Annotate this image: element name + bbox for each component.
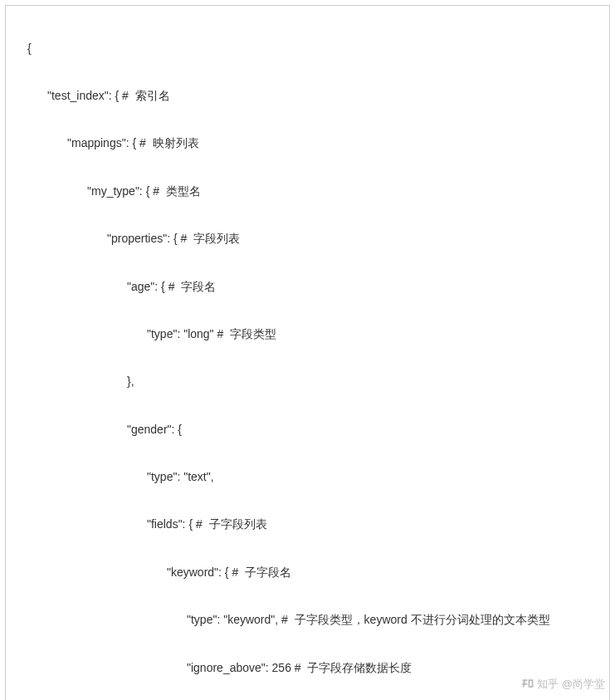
code-line: "type": "long" # 字段类型: [11, 322, 604, 346]
code-block: { "test_index": { # 索引名 "mappings": { # …: [5, 5, 610, 700]
code-line: "fields": { # 子字段列表: [11, 512, 604, 536]
code-line: "test_index": { # 索引名: [11, 84, 604, 108]
code-line: "type": "text",: [11, 465, 604, 489]
code-line: },: [11, 370, 604, 394]
code-line: "ignore_above": 256 # 子字段存储数据长度: [11, 656, 604, 680]
code-line: "keyword": { # 子字段名: [11, 560, 604, 585]
code-line: "mappings": { # 映射列表: [11, 131, 604, 155]
code-line: "type": "keyword", # 子字段类型，keyword 不进行分词…: [11, 608, 604, 632]
code-line: "gender": {: [11, 418, 604, 442]
code-line: {: [11, 37, 604, 61]
code-line: "age": { # 字段名: [11, 275, 604, 299]
code-line: "properties": { # 字段列表: [11, 227, 604, 251]
code-line: "my_type": { # 类型名: [11, 179, 604, 203]
